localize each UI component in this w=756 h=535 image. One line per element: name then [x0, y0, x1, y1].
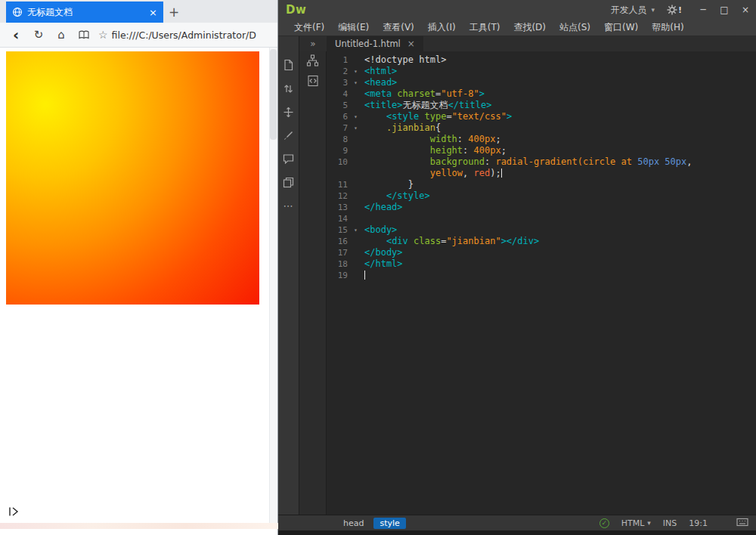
- code-line[interactable]: 7▾ .jianbian{: [327, 122, 756, 134]
- menu-item[interactable]: 查看(V): [376, 21, 421, 34]
- code-line[interactable]: 16 <div class="jianbian"></div>: [327, 236, 756, 247]
- code-token: ,: [463, 168, 473, 178]
- code-line[interactable]: yellow, red);: [327, 168, 756, 179]
- secondary-toolbar: [299, 51, 327, 515]
- code-token: height: [430, 145, 463, 156]
- fold-arrow-icon[interactable]: ▾: [352, 111, 364, 122]
- menu-item[interactable]: 查找(D): [507, 21, 553, 34]
- keyboard-toggle-button[interactable]: [736, 518, 748, 529]
- code-line[interactable]: 14: [327, 213, 756, 224]
- more-options-button[interactable]: ⋯: [282, 199, 296, 212]
- menu-item[interactable]: 窗口(W): [597, 21, 645, 34]
- panel-overflow-icon[interactable]: »: [299, 39, 327, 49]
- code-text: yellow, red);: [364, 168, 502, 179]
- code-line[interactable]: 1<!doctype html>: [327, 54, 756, 66]
- code-text: </html>: [364, 258, 403, 270]
- reading-mode-button[interactable]: [73, 29, 95, 40]
- menu-item[interactable]: 站点(S): [553, 21, 597, 34]
- document-tab[interactable]: Untitled-1.html ×: [327, 36, 423, 51]
- chevron-down-icon[interactable]: ▾: [651, 6, 655, 14]
- code-line[interactable]: 10 background: radial-gradient(circle at…: [327, 156, 756, 168]
- fold-arrow-icon[interactable]: ▾: [352, 77, 364, 88]
- browser-nav-bar: ‹ ↻ ⌂ ☆ file:///C:/Users/Administrator/D: [0, 23, 277, 48]
- code-token: [364, 122, 386, 133]
- code-token: </title>: [448, 100, 492, 110]
- new-tab-button[interactable]: +: [163, 2, 184, 23]
- code-line[interactable]: 12 </style>: [327, 190, 756, 202]
- open-documents-button[interactable]: [282, 58, 296, 72]
- code-token: <meta: [364, 88, 397, 99]
- alert-badge: !: [678, 5, 682, 15]
- text-cursor: [501, 169, 502, 178]
- tag-selector-head[interactable]: head: [337, 518, 370, 529]
- file-management-button[interactable]: [282, 175, 296, 189]
- code-token: ;: [501, 145, 507, 156]
- fold-arrow-icon[interactable]: ▾: [352, 224, 364, 236]
- tab-close-icon[interactable]: ×: [149, 7, 157, 18]
- transform-tool-button[interactable]: [282, 105, 296, 119]
- back-button[interactable]: ‹: [5, 26, 27, 44]
- home-button[interactable]: ⌂: [50, 28, 73, 42]
- bookmark-star-icon[interactable]: ☆: [98, 29, 108, 41]
- code-token: <html>: [364, 66, 397, 76]
- keyboard-icon: [736, 518, 748, 527]
- workspace-switcher[interactable]: 开发人员: [610, 4, 646, 17]
- code-token: <style: [386, 111, 425, 122]
- document-tab-close-icon[interactable]: ×: [407, 39, 415, 49]
- code-editor[interactable]: 1<!doctype html>2▾<html>3▾<head>4<meta c…: [327, 51, 756, 515]
- fold-arrow-icon[interactable]: ▾: [352, 122, 364, 134]
- menu-item[interactable]: 文件(F): [287, 21, 331, 34]
- statusbar-right: ✓ HTML ▾ INS 19:1: [600, 518, 748, 529]
- code-text: background: radial-gradient(circle at 50…: [364, 156, 692, 168]
- code-token: :: [485, 156, 495, 167]
- code-line[interactable]: 3▾<head>: [327, 77, 756, 88]
- code-line[interactable]: 13</head>: [327, 202, 756, 213]
- doc-type-select[interactable]: HTML ▾: [621, 518, 651, 528]
- code-line[interactable]: 19: [327, 270, 756, 281]
- code-file-icon: [307, 75, 319, 87]
- code-line[interactable]: 17</body>: [327, 247, 756, 258]
- code-line[interactable]: 11 }: [327, 179, 756, 190]
- code-token: ></div>: [501, 236, 540, 246]
- insert-mode-indicator: INS: [663, 518, 677, 528]
- line-number: 11: [327, 179, 352, 190]
- fold-gutter: [352, 156, 364, 168]
- dreamweaver-window: Dw 开发人员 ▾ !: [278, 0, 756, 535]
- code-line[interactable]: 8 width: 400px;: [327, 134, 756, 145]
- code-token: "text/css": [452, 111, 507, 122]
- code-line[interactable]: 18</html>: [327, 258, 756, 270]
- panel-expander-button[interactable]: [8, 506, 20, 520]
- browser-tab[interactable]: 无标题文档 ×: [6, 2, 163, 23]
- address-bar[interactable]: ☆ file:///C:/Users/Administrator/D: [95, 29, 273, 41]
- maximize-button[interactable]: □: [714, 0, 735, 20]
- code-token: </style>: [386, 190, 430, 201]
- menu-item[interactable]: 帮助(H): [645, 21, 690, 34]
- code-line[interactable]: 15▾<body>: [327, 224, 756, 236]
- fold-arrow-icon[interactable]: ▾: [352, 66, 364, 77]
- style-brush-button[interactable]: [282, 128, 296, 142]
- menu-item[interactable]: 工具(T): [463, 21, 507, 34]
- comments-button[interactable]: [282, 152, 296, 165]
- code-token: "utf-8": [441, 88, 479, 99]
- code-line[interactable]: 6▾ <style type="text/css">: [327, 111, 756, 122]
- close-button[interactable]: ×: [735, 0, 756, 20]
- snippets-panel-button[interactable]: [306, 74, 320, 88]
- menu-item[interactable]: 插入(I): [421, 21, 463, 34]
- sync-settings-button[interactable]: !: [667, 5, 682, 15]
- code-line[interactable]: 9 height: 400px;: [327, 145, 756, 156]
- scrollbar-thumb[interactable]: [270, 49, 277, 140]
- minimize-button[interactable]: ─: [692, 0, 714, 20]
- code-line[interactable]: 2▾<html>: [327, 66, 756, 77]
- tag-selector-style[interactable]: style: [373, 518, 405, 529]
- file-order-button[interactable]: [282, 82, 296, 95]
- line-number: 8: [327, 134, 352, 145]
- menu-item[interactable]: 编辑(E): [331, 21, 376, 34]
- code-text: .jianbian{: [364, 122, 441, 134]
- dom-panel-button[interactable]: [306, 54, 320, 67]
- code-line[interactable]: 4<meta charset="utf-8">: [327, 88, 756, 100]
- browser-scrollbar[interactable]: [269, 48, 277, 529]
- code-token: >: [507, 111, 512, 122]
- code-token: [364, 134, 430, 144]
- code-line[interactable]: 5<title>无标题文档</title>: [327, 100, 756, 111]
- refresh-button[interactable]: ↻: [27, 28, 50, 42]
